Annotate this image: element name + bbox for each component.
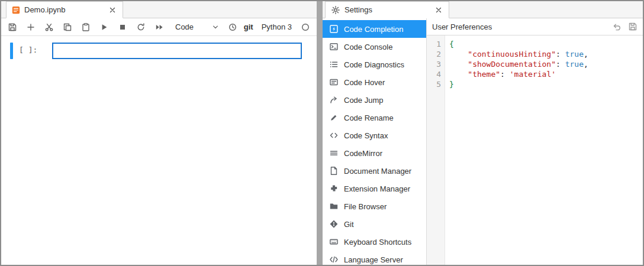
code-token — [449, 60, 468, 69]
code-line: } — [449, 79, 643, 89]
codemirror-icon — [329, 148, 339, 158]
cell-type-dropdown[interactable]: Code — [174, 21, 220, 34]
toolbar-button-paste-cells[interactable] — [80, 22, 91, 33]
settings-panel: Settings Code Completion Code Console — [323, 1, 643, 265]
editor-header-actions — [612, 22, 637, 31]
code-token: 'material' — [510, 70, 556, 79]
code-token: "continuousHinting" — [468, 50, 556, 59]
code-token — [449, 70, 468, 79]
close-icon[interactable] — [108, 5, 117, 15]
code-token: : — [556, 60, 565, 69]
plugin-label: Document Manager — [344, 167, 411, 176]
plugin-label: Keyboard Shortcuts — [344, 238, 411, 246]
cell-type-value: Code — [175, 22, 194, 31]
keyboard-icon — [329, 237, 339, 246]
cell-collapser[interactable] — [10, 43, 13, 59]
toolbar-button-restart-run-all[interactable] — [154, 22, 165, 33]
line-number-gutter: 12345 — [427, 35, 445, 265]
editor-title: User Preferences — [432, 22, 492, 31]
code-line: "theme": 'material' — [449, 69, 643, 79]
code-line: "continuousHinting": true, — [449, 49, 643, 59]
cell-input[interactable] — [52, 43, 302, 59]
settings-plugin-language-server[interactable]: Language Server — [323, 251, 426, 265]
plugin-label: Code Completion — [344, 25, 403, 34]
settings-plugin-code-rename[interactable]: Code Rename — [323, 109, 426, 126]
jump-icon — [329, 95, 339, 105]
code-token: , — [584, 60, 588, 69]
save-settings-icon[interactable] — [628, 22, 637, 31]
settings-plugin-file-browser[interactable]: File Browser — [323, 197, 426, 215]
plugin-label: File Browser — [344, 202, 387, 211]
toolbar-button-save[interactable] — [7, 22, 18, 33]
toolbar-buttons — [7, 22, 165, 33]
notebook-content: [ ]: — [1, 36, 317, 265]
code-token: } — [449, 80, 454, 89]
chevron-down-icon — [212, 24, 219, 31]
jupyterlab-app: Demo.ipynb — [0, 0, 644, 266]
settings-plugin-code-console[interactable]: Code Console — [323, 38, 426, 56]
plugin-label: Code Console — [344, 43, 392, 51]
code-area[interactable]: { "continuousHinting": true, "showDocume… — [445, 35, 643, 265]
settings-plugin-extension-manager[interactable]: Extension Manager — [323, 180, 426, 197]
settings-editor-header: User Preferences — [427, 18, 643, 35]
line-number: 1 — [427, 39, 441, 49]
settings-plugin-git[interactable]: Git — [323, 215, 426, 233]
close-icon[interactable] — [434, 5, 443, 15]
settings-body: Code Completion Code Console Code Diagno… — [323, 18, 643, 265]
plugin-label: Code Syntax — [344, 131, 388, 140]
code-token: "showDocumentation" — [468, 60, 556, 69]
panel-divider[interactable] — [317, 1, 323, 265]
code-token: : — [556, 50, 565, 59]
tab-title: Demo.ipynb — [24, 5, 104, 14]
toolbar-button-cut-cells[interactable] — [44, 22, 54, 33]
settings-plugin-document-manager[interactable]: Document Manager — [323, 162, 426, 180]
toolbar-button-restart-kernel[interactable] — [136, 22, 146, 33]
settings-plugin-code-diagnostics[interactable]: Code Diagnostics — [323, 56, 426, 73]
kernel-status-icon[interactable] — [300, 22, 311, 33]
toolbar-button-copy-cells[interactable] — [62, 22, 73, 33]
settings-plugin-code-syntax[interactable]: Code Syntax — [323, 126, 426, 144]
plugin-label: Code Jump — [344, 96, 383, 105]
toolbar-button-interrupt-kernel[interactable] — [117, 22, 128, 33]
plugin-label: Code Diagnostics — [344, 60, 404, 69]
settings-json-editor[interactable]: 12345 { "continuousHinting": true, "show… — [427, 35, 643, 265]
settings-plugin-code-completion[interactable]: Code Completion — [323, 20, 426, 38]
settings-editor-pane: User Preferences 12345 { "continuousHint… — [427, 18, 643, 265]
gear-icon — [331, 5, 340, 15]
language-icon — [329, 255, 339, 264]
cell-prompt: [ ]: — [19, 43, 52, 59]
notebook-icon — [12, 6, 20, 14]
line-number: 5 — [427, 79, 441, 89]
plugin-label: Code Hover — [344, 78, 385, 87]
diagnostics-icon — [329, 60, 339, 69]
execution-time-icon[interactable] — [227, 22, 238, 33]
undo-icon[interactable] — [612, 22, 622, 31]
plugin-label: Git — [344, 220, 354, 229]
tab-settings[interactable]: Settings — [325, 1, 449, 18]
settings-plugin-keyboard-shortcuts[interactable]: Keyboard Shortcuts — [323, 233, 426, 251]
toolbar-button-insert-cell-below[interactable] — [25, 22, 36, 33]
tab-title: Settings — [344, 5, 430, 14]
code-token: , — [584, 50, 588, 59]
settings-plugin-codemirror[interactable]: CodeMirror — [323, 144, 426, 162]
line-number: 4 — [427, 69, 441, 79]
toolbar-button-run-cell[interactable] — [99, 22, 110, 33]
syntax-icon — [329, 131, 339, 140]
code-line: "showDocumentation": true, — [449, 59, 643, 69]
code-token: true — [565, 60, 584, 69]
code-cell[interactable]: [ ]: — [1, 43, 317, 59]
kernel-name[interactable]: Python 3 — [262, 22, 292, 31]
settings-plugin-list: Code Completion Code Console Code Diagno… — [323, 18, 427, 265]
git-icon — [329, 219, 339, 229]
folder-icon — [329, 202, 339, 211]
tab-demo-ipynb[interactable]: Demo.ipynb — [6, 1, 123, 18]
git-toolbar-label[interactable]: git — [244, 22, 253, 31]
extension-icon — [329, 184, 339, 193]
plugin-label: Extension Manager — [344, 184, 410, 193]
rename-icon — [329, 113, 339, 122]
settings-plugin-code-jump[interactable]: Code Jump — [323, 91, 426, 109]
document-icon — [329, 166, 339, 176]
line-number: 2 — [427, 49, 441, 59]
settings-tab-bar: Settings — [323, 1, 643, 18]
settings-plugin-code-hover[interactable]: Code Hover — [323, 73, 426, 91]
